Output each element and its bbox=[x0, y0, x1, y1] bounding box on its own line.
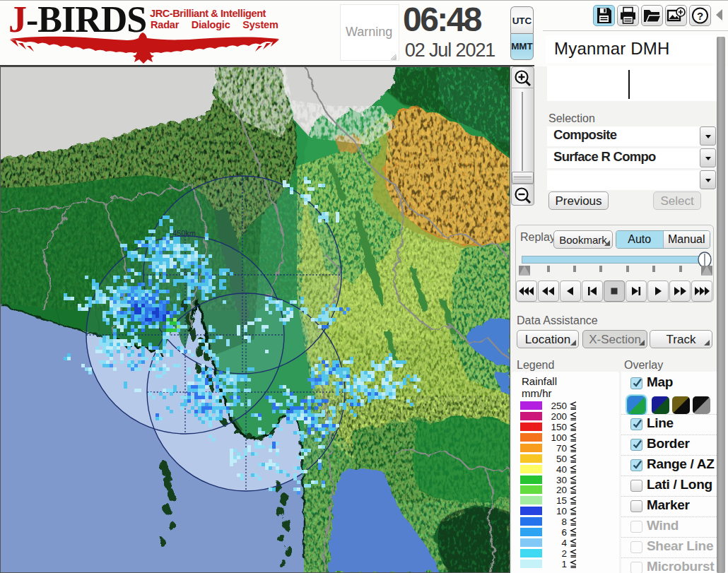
svg-text:?: ? bbox=[697, 10, 703, 22]
svg-text:450km: 450km bbox=[172, 229, 196, 237]
